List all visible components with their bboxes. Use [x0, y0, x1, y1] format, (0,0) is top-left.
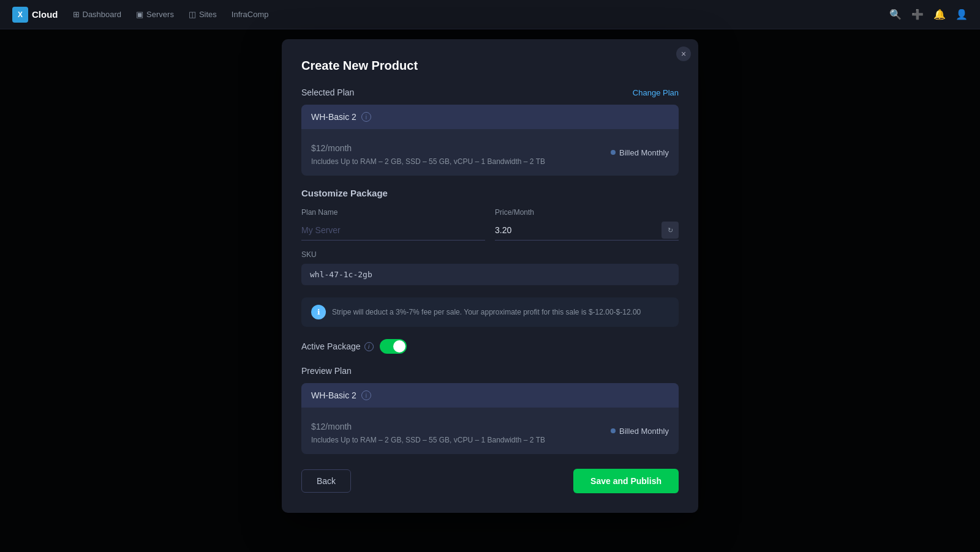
info-box: ℹ Stripe will deduct a 3%-7% fee per sal… [301, 297, 679, 327]
plan-name: WH-Basic 2 [311, 112, 356, 122]
active-package-info-icon[interactable]: i [364, 342, 374, 351]
customize-section: Customize Package Plan Name Price/Month … [301, 188, 679, 285]
modal-footer: Back Save and Publish [301, 469, 679, 493]
plan-specs: Includes Up to RAM – 2 GB, SSD – 55 GB, … [311, 157, 545, 166]
toggle-knob [393, 340, 405, 352]
preview-billed-monthly: Billed Monthly [611, 427, 669, 436]
plan-name-input[interactable] [301, 220, 485, 241]
plan-name-group: Plan Name [301, 208, 485, 241]
preview-specs: Includes Up to RAM – 2 GB, SSD – 55 GB, … [311, 436, 545, 444]
selected-plan-header: Selected Plan Change Plan [301, 88, 679, 97]
active-package-row: Active Package i [301, 339, 679, 354]
active-package-label: Active Package i [301, 341, 374, 351]
info-box-text: Stripe will deduct a 3%-7% fee per sale.… [332, 307, 641, 318]
price-month-group: Price/Month ↻ [495, 208, 679, 241]
back-button[interactable]: Back [301, 469, 351, 493]
preview-price-section: $12/month Includes Up to RAM – 2 GB, SSD… [311, 417, 545, 444]
modal-backdrop: × Create New Product Selected Plan Chang… [0, 0, 980, 552]
billed-monthly-badge: Billed Monthly [611, 148, 669, 157]
billed-dot [611, 150, 616, 155]
plan-price-section: $12/month Includes Up to RAM – 2 GB, SSD… [311, 139, 545, 166]
price-refresh-icon[interactable]: ↻ [662, 222, 679, 239]
modal-title: Create New Product [301, 59, 679, 73]
plan-price: $12/month [311, 139, 545, 155]
form-row-name-price: Plan Name Price/Month ↻ [301, 208, 679, 241]
selected-plan-card: WH-Basic 2 i $12/month Includes Up to RA… [301, 105, 679, 176]
preview-plan-title: Preview Plan [301, 366, 679, 376]
preview-plan-card: WH-Basic 2 i $12/month Includes Up to RA… [301, 383, 679, 454]
selected-plan-label: Selected Plan [301, 88, 354, 97]
preview-billed-dot [611, 428, 616, 433]
preview-plan-name: WH-Basic 2 [311, 390, 356, 400]
plan-info-icon[interactable]: i [361, 112, 371, 122]
plan-card-header: WH-Basic 2 i [301, 105, 679, 129]
preview-plan-card-header: WH-Basic 2 i [301, 383, 679, 408]
plan-name-label: Plan Name [301, 208, 485, 217]
info-box-icon: ℹ [311, 305, 326, 319]
preview-price: $12/month [311, 417, 545, 433]
preview-plan-info-icon[interactable]: i [361, 390, 371, 400]
plan-card-body: $12/month Includes Up to RAM – 2 GB, SSD… [301, 129, 679, 176]
active-package-toggle[interactable] [380, 339, 407, 354]
price-month-input[interactable] [495, 220, 662, 240]
sku-label: SKU [301, 250, 679, 259]
sku-value: whl-47-1c-2gb [301, 264, 679, 285]
change-plan-link[interactable]: Change Plan [633, 88, 679, 97]
price-input-wrapper: ↻ [495, 220, 679, 241]
sku-section: SKU whl-47-1c-2gb [301, 250, 679, 285]
modal-dialog: × Create New Product Selected Plan Chang… [282, 39, 698, 513]
preview-plan-card-body: $12/month Includes Up to RAM – 2 GB, SSD… [301, 408, 679, 454]
customize-title: Customize Package [301, 188, 679, 198]
price-month-label: Price/Month [495, 208, 679, 217]
close-button[interactable]: × [676, 47, 691, 61]
preview-plan-section: Preview Plan WH-Basic 2 i $12/month Incl… [301, 366, 679, 454]
save-publish-button[interactable]: Save and Publish [573, 469, 679, 493]
